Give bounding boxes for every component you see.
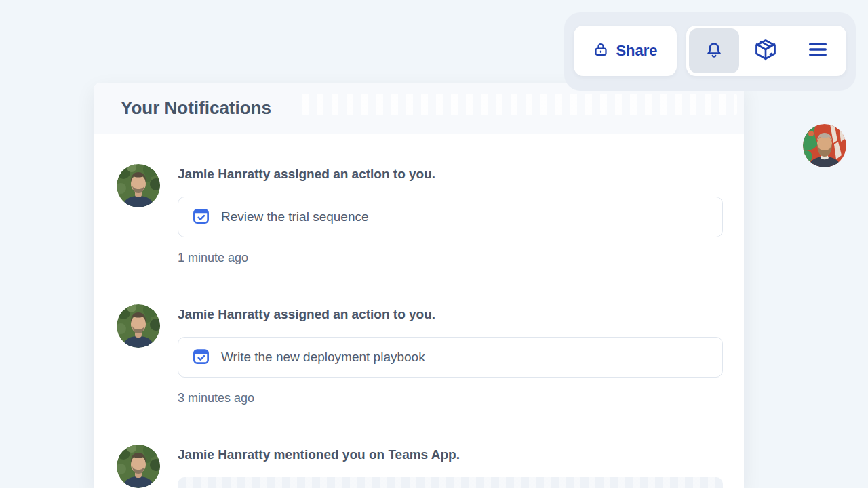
page: Share [0,0,868,488]
package-button[interactable] [739,37,791,64]
menu-icon [806,38,829,64]
notification-message: Jamie Hanratty assigned an action to you… [178,165,723,183]
toolbar: Share [564,12,856,91]
action-card[interactable]: Write the new deployment playbook [178,337,723,378]
package-icon [753,37,778,64]
avatar [117,445,160,488]
notification-item: Jamie Hanratty assigned an action to you… [117,164,724,265]
notification-message: Jamie Hanratty mentioned you on Teams Ap… [178,446,723,464]
task-check-icon [192,347,210,368]
avatar [117,164,160,207]
lock-icon [593,41,609,60]
notifications-panel: Your Notifications [94,83,744,488]
action-card[interactable]: Review the trial sequence [178,197,723,237]
notifications-list: Jamie Hanratty assigned an action to you… [94,134,744,488]
toolbar-icons-card [686,26,846,76]
action-label: Write the new deployment playbook [221,350,425,365]
notification-item: Jamie Hanratty assigned an action to you… [117,304,724,405]
notification-message: Jamie Hanratty assigned an action to you… [178,306,723,323]
bell-icon [703,39,725,63]
avatar [117,304,160,348]
notification-item: Jamie Hanratty mentioned you on Teams Ap… [117,445,724,488]
task-check-icon [192,207,210,228]
notifications-button[interactable] [689,28,739,73]
menu-button[interactable] [791,38,844,64]
panel-title: Your Notifications [121,98,271,119]
action-label: Review the trial sequence [221,209,369,224]
mention-preview-card[interactable] [178,477,723,488]
share-button-label: Share [616,42,657,60]
notification-timestamp: 1 minute ago [178,251,723,265]
header-stripe-texture [294,94,737,115]
share-button[interactable]: Share [574,26,677,76]
profile-avatar[interactable] [803,124,846,167]
notification-timestamp: 3 minutes ago [178,391,723,405]
